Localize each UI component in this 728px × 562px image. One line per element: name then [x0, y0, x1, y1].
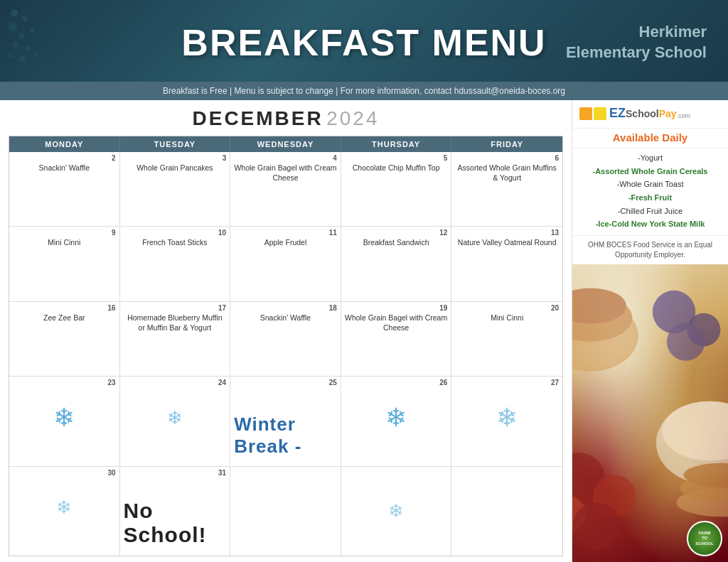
cal-item: Snackin' Waffle [39, 163, 90, 173]
cal-date: 17 [218, 304, 226, 312]
cal-item: Breakfast Sandwich [363, 238, 429, 248]
cal-date: 23 [107, 379, 115, 387]
winter-break-row: 23 ❄ 24 ❄ [9, 377, 562, 466]
month-header: DECEMBER 2024 [9, 107, 563, 130]
ez-logo: EZ School Pay .com [579, 106, 721, 121]
ohm-notice: OHM BOCES Food Service is an Equal Oppor… [572, 236, 728, 264]
snowflake-icon: ❄ [167, 407, 183, 429]
food-image: FARMTOSCHOOL [572, 264, 728, 562]
cal-item: Nature Valley Oatmeal Round [458, 238, 557, 248]
calendar-header-row: MONDAY TUESDAY WEDNESDAY THURSDAY FRIDAY [9, 136, 562, 152]
cal-cell-thu-w3: 19 Whole Grain Bagel with Cream Cheese [341, 302, 452, 376]
cal-date: 5 [444, 154, 448, 162]
cal-date: 16 [107, 304, 115, 312]
header: BREAKFAST MENU Herkimer Elementary Schoo… [0, 0, 728, 82]
daily-items-list: -Yogurt -Assorted Whole Grain Cereals -W… [572, 148, 728, 236]
cal-item: French Toast Sticks [142, 238, 207, 248]
winter-break-text: Winter Break - [234, 414, 337, 458]
cal-cell-fri-w2: 13 Nature Valley Oatmeal Round [451, 227, 562, 301]
cal-date: 26 [439, 379, 447, 387]
cal-cell-tue-w1: 3 Whole Grain Pancakes [120, 152, 231, 226]
cal-date: 31 [218, 469, 226, 477]
cal-date: 30 [107, 469, 115, 477]
cal-date: 27 [551, 379, 559, 387]
cal-date: 20 [551, 304, 559, 312]
cal-cell-27: 27 ❄ [451, 377, 562, 465]
cal-date: 12 [439, 229, 447, 237]
available-daily-label: Available Daily [572, 129, 728, 148]
cal-cell-fri-w3: 20 Mini Cinni [451, 302, 562, 376]
snowflake-icon: ❄ [385, 403, 407, 433]
ez-pay-text: Pay [659, 108, 677, 119]
day-header-wed: WEDNESDAY [230, 136, 341, 152]
school-name: Herkimer Elementary School [550, 22, 707, 63]
cal-item: Snackin' Waffle [260, 313, 311, 323]
info-bar: Breakfast is Free | Menu is subject to c… [0, 82, 728, 100]
cal-cell-tue-w3: 17 Homemade Blueberry Muffin or Muffin B… [120, 302, 231, 376]
cal-item: Whole Grain Pancakes [136, 163, 213, 173]
ez-schoolpay-logo-area: EZ School Pay .com [572, 100, 728, 129]
cal-item: Mini Cinni [491, 313, 523, 323]
cal-date: 18 [329, 304, 337, 312]
snowflake-icon: ❄ [388, 500, 404, 522]
ez-box-orange [579, 107, 592, 120]
calendar-grid: MONDAY TUESDAY WEDNESDAY THURSDAY FRIDAY… [9, 136, 563, 556]
ez-text: EZ [609, 106, 626, 121]
cal-cell-empty-3 [451, 467, 562, 556]
cal-item: Apple Frudel [264, 238, 307, 248]
header-decoration [7, 6, 78, 77]
cal-cell-empty-2: ❄ [341, 467, 452, 556]
cal-date: 6 [555, 154, 559, 162]
cal-cell-empty-1 [230, 467, 341, 556]
cal-date: 3 [223, 154, 227, 162]
cal-date: 13 [551, 229, 559, 237]
calendar-section: DECEMBER 2024 MONDAY TUESDAY WEDNESDAY T… [0, 100, 572, 562]
cal-item: Whole Grain Bagel with Cream Cheese [234, 163, 337, 183]
day-header-mon: MONDAY [9, 136, 120, 152]
daily-item-juice: -Chilled Fruit Juice [579, 205, 721, 218]
cal-date: 2 [112, 154, 116, 162]
month-name: DECEMBER [193, 107, 323, 129]
calendar-week-2: 9 Mini Cinni 10 French Toast Sticks 11 A… [9, 227, 562, 301]
daily-item-toast: -Whole Grain Toast [579, 178, 721, 191]
cal-item: Whole Grain Bagel with Cream Cheese [345, 313, 448, 333]
calendar-week-1: 2 Snackin' Waffle 3 Whole Grain Pancakes… [9, 152, 562, 227]
snowflake-icon: ❄ [56, 497, 72, 519]
svg-point-0 [11, 9, 18, 16]
cal-date: 10 [218, 229, 226, 237]
day-header-thu: THURSDAY [341, 136, 452, 152]
cal-item: Chocolate Chip Muffin Top [353, 163, 440, 173]
daily-item-fruit: -Fresh Fruit [579, 191, 721, 205]
cal-cell-wed-w3: 18 Snackin' Waffle [230, 302, 341, 376]
svg-point-7 [8, 53, 14, 58]
page-title: BREAKFAST MENU [178, 21, 550, 64]
no-school-text: No School! [124, 499, 227, 547]
snowflake-icon: ❄ [53, 403, 75, 433]
svg-point-6 [26, 46, 31, 50]
svg-point-9 [33, 52, 38, 56]
day-header-fri: FRIDAY [451, 136, 562, 152]
cal-cell-31: 31 No School! [120, 467, 231, 556]
svg-point-3 [18, 33, 24, 38]
cal-date: 25 [329, 379, 337, 387]
cal-cell-mon-w3: 16 Zee Zee Bar [9, 302, 120, 376]
cal-cell-30: 30 ❄ [9, 467, 120, 556]
snowflake-icon: ❄ [496, 403, 518, 433]
calendar-rows: 2 Snackin' Waffle 3 Whole Grain Pancakes… [9, 152, 562, 556]
cal-item: Zee Zee Bar [43, 313, 85, 323]
calendar-week-3: 16 Zee Zee Bar 17 Homemade Blueberry Muf… [9, 302, 562, 377]
cal-cell-thu-w1: 5 Chocolate Chip Muffin Top [341, 152, 452, 226]
page: BREAKFAST MENU Herkimer Elementary Schoo… [0, 0, 728, 562]
cal-cell-25: 25 Winter Break - [230, 377, 341, 465]
svg-point-4 [30, 28, 34, 33]
cal-date: 24 [218, 379, 226, 387]
ez-logo-boxes [579, 107, 606, 120]
cal-item: Assorted Whole Grain Muffins & Yogurt [455, 163, 559, 183]
cal-cell-26: 26 ❄ [341, 377, 452, 465]
cal-date: 11 [329, 229, 337, 237]
farm-badge-text: FARMTOSCHOOL [695, 531, 714, 546]
cal-date: 4 [333, 154, 337, 162]
ez-box-yellow [594, 107, 606, 120]
sidebar: EZ School Pay .com Available Daily -Yogu… [572, 100, 728, 562]
svg-point-5 [12, 41, 19, 48]
